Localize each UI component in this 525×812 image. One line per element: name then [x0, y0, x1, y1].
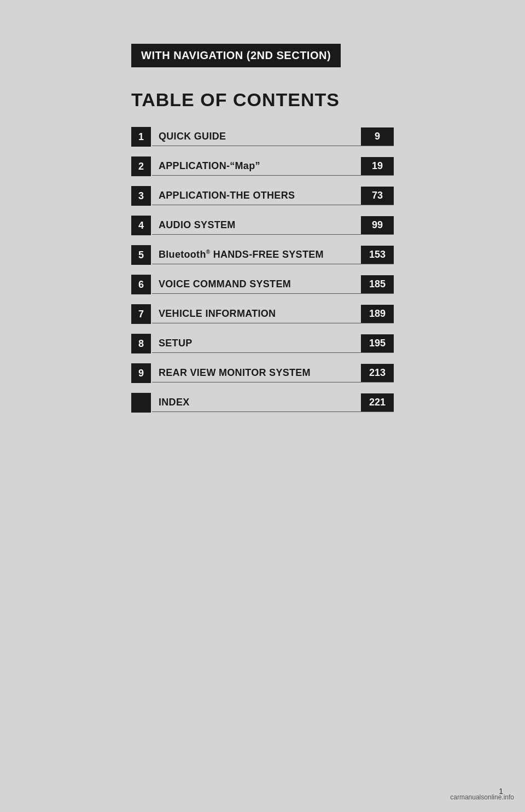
toc-entry-5[interactable]: 5 Bluetooth® HANDS-FREE SYSTEM 153 — [131, 245, 394, 265]
toc-entry-1[interactable]: 1 QUICK GUIDE 9 — [131, 127, 394, 147]
entry-label-9: REAR VIEW MONITOR SYSTEM — [152, 367, 361, 379]
entry-label-3: APPLICATION-THE OTHERS — [152, 190, 361, 201]
entry-label-8: SETUP — [152, 338, 361, 349]
entry-row-index: INDEX 221 — [152, 393, 394, 412]
toc-entries: 1 QUICK GUIDE 9 2 APPLICATION-“Map” 19 3… — [131, 127, 394, 422]
entry-label-index: INDEX — [152, 397, 361, 408]
entry-row-8: SETUP 195 — [152, 334, 394, 353]
entry-row-5: Bluetooth® HANDS-FREE SYSTEM 153 — [152, 246, 394, 264]
entry-number-7: 7 — [131, 304, 151, 324]
entry-page-9: 213 — [361, 364, 394, 382]
entry-label-1: QUICK GUIDE — [152, 131, 361, 142]
entry-label-4: AUDIO SYSTEM — [152, 219, 361, 231]
toc-title: TABLE OF CONTENTS — [131, 89, 394, 111]
entry-page-index: 221 — [361, 393, 394, 411]
header-banner-text: WITH NAVIGATION (2ND SECTION) — [141, 49, 331, 61]
entry-label-7: VEHICLE INFORMATION — [152, 308, 361, 320]
toc-entry-2[interactable]: 2 APPLICATION-“Map” 19 — [131, 156, 394, 176]
entry-number-9: 9 — [131, 363, 151, 383]
entry-number-6: 6 — [131, 275, 151, 294]
toc-entry-6[interactable]: 6 VOICE COMMAND SYSTEM 185 — [131, 275, 394, 294]
entry-page-4: 99 — [361, 216, 394, 234]
index-square — [131, 393, 151, 413]
toc-entry-9[interactable]: 9 REAR VIEW MONITOR SYSTEM 213 — [131, 363, 394, 383]
entry-row-6: VOICE COMMAND SYSTEM 185 — [152, 275, 394, 294]
entry-row-7: VEHICLE INFORMATION 189 — [152, 305, 394, 323]
entry-number-2: 2 — [131, 156, 151, 176]
header-banner: WITH NAVIGATION (2ND SECTION) — [131, 44, 341, 67]
entry-row-2: APPLICATION-“Map” 19 — [152, 157, 394, 176]
page-container: WITH NAVIGATION (2ND SECTION) TABLE OF C… — [0, 0, 525, 812]
entry-number-5: 5 — [131, 245, 151, 265]
toc-entry-8[interactable]: 8 SETUP 195 — [131, 334, 394, 353]
entry-label-5: Bluetooth® HANDS-FREE SYSTEM — [152, 249, 361, 260]
entry-label-6: VOICE COMMAND SYSTEM — [152, 279, 361, 290]
entry-page-7: 189 — [361, 305, 394, 323]
entry-row-1: QUICK GUIDE 9 — [152, 127, 394, 146]
entry-page-5: 153 — [361, 246, 394, 264]
toc-entry-3[interactable]: 3 APPLICATION-THE OTHERS 73 — [131, 186, 394, 206]
entry-label-2: APPLICATION-“Map” — [152, 160, 361, 172]
toc-entry-4[interactable]: 4 AUDIO SYSTEM 99 — [131, 216, 394, 235]
watermark: carmanualsonline.info — [450, 793, 514, 801]
entry-page-1: 9 — [361, 127, 394, 146]
toc-entry-index[interactable]: INDEX 221 — [131, 393, 394, 413]
entry-page-3: 73 — [361, 187, 394, 205]
entry-page-2: 19 — [361, 157, 394, 175]
entry-number-8: 8 — [131, 334, 151, 353]
entry-page-6: 185 — [361, 275, 394, 293]
entry-row-3: APPLICATION-THE OTHERS 73 — [152, 187, 394, 205]
entry-row-4: AUDIO SYSTEM 99 — [152, 216, 394, 235]
entry-row-9: REAR VIEW MONITOR SYSTEM 213 — [152, 364, 394, 382]
entry-number-1: 1 — [131, 127, 151, 147]
entry-page-8: 195 — [361, 334, 394, 352]
toc-entry-7[interactable]: 7 VEHICLE INFORMATION 189 — [131, 304, 394, 324]
entry-number-3: 3 — [131, 186, 151, 206]
entry-number-4: 4 — [131, 216, 151, 235]
